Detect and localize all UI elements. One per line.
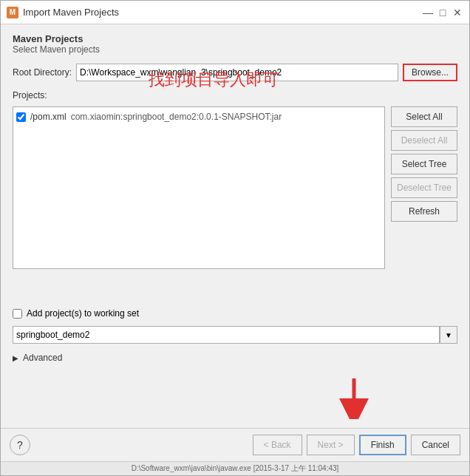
arrow-decoration: [13, 375, 457, 419]
window-icon: M: [7, 7, 18, 18]
deselect-tree-button[interactable]: Deselect Tree: [391, 177, 457, 198]
select-tree-button[interactable]: Select Tree: [391, 154, 457, 174]
footer-buttons: < Back Next > Finish Cancel: [253, 435, 460, 455]
window-title: Import Maven Projects: [23, 7, 119, 18]
working-set-input[interactable]: [13, 326, 440, 344]
red-arrow-svg: [310, 375, 398, 419]
side-buttons: Select All Deselect All Select Tree Dese…: [391, 106, 457, 299]
advanced-label: Advanced: [23, 353, 62, 363]
title-bar-left: M Import Maven Projects: [7, 7, 119, 18]
maximize-button[interactable]: □: [437, 7, 449, 18]
working-set-input-row: ▼: [13, 326, 457, 344]
table-row: /pom.xml com.xiaomin:springboot_demo2:0.…: [16, 110, 381, 123]
deselect-all-button[interactable]: Deselect All: [391, 130, 457, 151]
browse-button[interactable]: Browse...: [403, 64, 457, 81]
root-directory-row: Root Directory: Browse...: [13, 64, 457, 81]
root-directory-label: Root Directory:: [13, 67, 72, 78]
help-button[interactable]: ?: [10, 435, 30, 455]
refresh-button[interactable]: Refresh: [391, 201, 457, 222]
title-controls: — □ ✕: [422, 7, 463, 18]
projects-area: /pom.xml com.xiaomin:springboot_demo2:0.…: [13, 106, 457, 299]
advanced-section[interactable]: ▶ Advanced: [13, 353, 457, 363]
section-title: Maven Projects Select Maven projects: [13, 33, 457, 55]
back-button[interactable]: < Back: [253, 435, 302, 455]
cancel-button[interactable]: Cancel: [411, 435, 460, 455]
projects-list[interactable]: /pom.xml com.xiaomin:springboot_demo2:0.…: [13, 106, 385, 269]
dialog-content: 找到项目导入即可 Maven Projects Select Maven pro…: [1, 24, 469, 428]
project-checkbox[interactable]: [16, 112, 26, 122]
advanced-arrow-icon: ▶: [13, 354, 18, 362]
project-id: com.xiaomin:springboot_demo2:0.0.1-SNAPS…: [71, 112, 282, 122]
close-button[interactable]: ✕: [452, 7, 463, 18]
working-set-row: Add project(s) to working set: [13, 308, 457, 319]
minimize-button[interactable]: —: [422, 7, 434, 18]
watermark: D:\Software_wxm\java\bin\javaw.exe [2015…: [1, 461, 469, 475]
working-set-dropdown-button[interactable]: ▼: [440, 326, 457, 344]
next-button[interactable]: Next >: [307, 435, 355, 455]
title-bar: M Import Maven Projects — □ ✕: [1, 1, 469, 24]
select-all-button[interactable]: Select All: [391, 106, 457, 127]
project-name: /pom.xml: [30, 112, 67, 122]
root-directory-input[interactable]: [76, 64, 398, 81]
footer-bar: ? < Back Next > Finish Cancel: [1, 428, 469, 461]
import-maven-dialog: M Import Maven Projects — □ ✕ 找到项目导入即可 M…: [0, 0, 470, 476]
finish-button[interactable]: Finish: [359, 435, 406, 455]
projects-label: Projects:: [13, 90, 457, 101]
working-set-checkbox-label: Add project(s) to working set: [13, 308, 139, 319]
working-set-checkbox[interactable]: [13, 309, 22, 319]
